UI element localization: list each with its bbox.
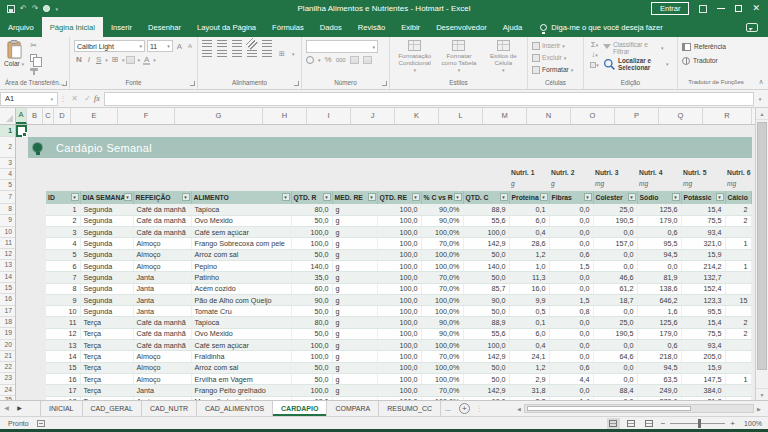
column-filter-fibras[interactable]: Fibras▼ [549, 191, 593, 204]
cell[interactable]: Arroz com sal [191, 362, 291, 373]
filter-dropdown-icon[interactable]: ▼ [500, 193, 508, 201]
cell[interactable]: Ervilha em Vagem [191, 373, 291, 384]
sheet-tab-resumo-cc[interactable]: RESUMO_CC [379, 401, 441, 416]
sort-filter-button[interactable]: Classificar e Filtrar▾ [603, 40, 674, 56]
row-header-11[interactable]: 11 [0, 238, 15, 249]
cell[interactable]: 125,6 [637, 317, 681, 328]
cell[interactable]: 90,0% [421, 204, 463, 215]
bold-button[interactable]: N [74, 55, 84, 64]
cell[interactable]: 6,0 [509, 328, 549, 339]
column-filter-alimento[interactable]: ALIMENTO▼ [191, 191, 291, 204]
cell[interactable]: Terça [80, 317, 133, 328]
dialog-launcher-icon[interactable] [190, 81, 195, 86]
increase-indent-icon[interactable] [262, 50, 272, 58]
cell[interactable]: Patinho [191, 272, 291, 283]
cell[interactable]: 179,0 [637, 215, 681, 226]
cell[interactable]: 28,6 [509, 238, 549, 249]
scroll-left-icon[interactable]: ◀ [514, 406, 524, 412]
filter-dropdown-icon[interactable]: ▼ [412, 193, 420, 201]
row-header-10[interactable]: 10 [0, 227, 15, 238]
cell[interactable]: 100,0 [377, 283, 421, 294]
cell[interactable]: 100,0 [463, 340, 509, 351]
cell[interactable]: 100,0 [291, 351, 332, 362]
cell[interactable]: 190,5 [593, 328, 637, 339]
cell[interactable]: 0,0 [549, 227, 593, 238]
page-layout-view-icon[interactable] [625, 418, 638, 429]
cell[interactable]: 63,5 [637, 373, 681, 384]
cell[interactable]: g [332, 249, 377, 260]
cell[interactable]: Acém cozido [191, 283, 291, 294]
insert-function-icon[interactable]: fx [94, 94, 100, 103]
cell[interactable]: 70,0% [421, 385, 463, 396]
shrink-font-icon[interactable]: A [186, 43, 194, 49]
cell[interactable]: 88,4 [593, 385, 637, 396]
cell[interactable]: 1,5 [549, 294, 593, 305]
page-break-view-icon[interactable] [643, 418, 656, 429]
cell[interactable]: 2 [725, 317, 751, 328]
collapse-ribbon-icon[interactable]: ∧ [754, 37, 768, 89]
cell[interactable]: 5 [46, 249, 80, 260]
copy-icon[interactable] [27, 52, 40, 63]
prev-sheet-icon[interactable]: ◀ [0, 401, 13, 416]
cell[interactable]: 100,0 [377, 204, 421, 215]
zoom-in-icon[interactable]: + [730, 419, 735, 428]
cell[interactable]: g [332, 294, 377, 305]
row-header-20[interactable]: 20 [0, 340, 15, 351]
merge-center-icon[interactable]: ⊞ [277, 50, 287, 58]
cell[interactable]: Terça [80, 385, 133, 396]
filter-dropdown-icon[interactable]: ▼ [71, 193, 79, 201]
cell[interactable]: 0,1 [509, 317, 549, 328]
cell[interactable]: 1,0 [509, 260, 549, 271]
cell[interactable]: 1 [725, 260, 751, 271]
cell[interactable] [725, 306, 751, 317]
cell[interactable]: 50,0 [463, 306, 509, 317]
cell[interactable]: 70,0% [421, 272, 463, 283]
cell[interactable]: 140,0 [291, 260, 332, 271]
column-header-g[interactable]: G [175, 108, 263, 124]
cell[interactable]: 1,5 [549, 260, 593, 271]
undo-icon[interactable]: ↶ [20, 5, 27, 13]
filter-dropdown-icon[interactable]: ▼ [323, 193, 331, 201]
align-bottom-icon[interactable] [232, 40, 242, 48]
cell[interactable]: 64,6 [593, 351, 637, 362]
cell[interactable]: Segunda [80, 249, 133, 260]
sheet-tab-cad-nutr[interactable]: CAD_NUTR [142, 401, 197, 416]
cell[interactable]: Tapioca [191, 317, 291, 328]
cell[interactable]: 0,6 [549, 249, 593, 260]
cell[interactable]: 0,0 [593, 227, 637, 238]
row-header-14[interactable]: 14 [0, 272, 15, 283]
cell[interactable]: 46,6 [593, 272, 637, 283]
filter-dropdown-icon[interactable]: ▼ [716, 193, 724, 201]
cell[interactable]: 15 [46, 362, 80, 373]
cell[interactable]: 0,0 [549, 317, 593, 328]
cell[interactable]: 9,9 [509, 294, 549, 305]
conditional-formatting-button[interactable]: Formatação Condicional▾ [394, 40, 435, 77]
cell[interactable]: 94,5 [637, 362, 681, 373]
cell[interactable]: 80,0 [291, 204, 332, 215]
cell[interactable]: 15,9 [681, 249, 725, 260]
cell[interactable]: 0,0 [549, 283, 593, 294]
cell[interactable]: 16 [46, 373, 80, 384]
cell[interactable]: 100,0 [291, 340, 332, 351]
ribbon-tab-inserir[interactable]: Inserir [103, 17, 140, 37]
cell[interactable]: 0,0 [593, 260, 637, 271]
column-filter-prote-na[interactable]: Proteína▼ [509, 191, 549, 204]
cell[interactable]: 100,0 [377, 215, 421, 226]
cell[interactable]: Café da manhã [133, 317, 191, 328]
cell[interactable]: Janta [133, 272, 191, 283]
cell[interactable]: 0,0 [593, 306, 637, 317]
row-header-19[interactable]: 19 [0, 328, 15, 339]
zoom-out-icon[interactable]: − [661, 419, 666, 428]
cell[interactable]: 0,0 [549, 328, 593, 339]
minimize-icon[interactable] [717, 8, 725, 9]
cell[interactable]: g [332, 385, 377, 396]
column-header-e[interactable]: E [71, 108, 118, 124]
cell[interactable]: 0,6 [637, 340, 681, 351]
cell[interactable]: 75,5 [681, 215, 725, 226]
cell[interactable]: 25,0 [593, 204, 637, 215]
cell[interactable]: g [332, 306, 377, 317]
dialog-launcher-icon[interactable] [294, 81, 299, 86]
horizontal-scrollbar[interactable]: ◀ ▶ [514, 403, 764, 414]
column-header-h[interactable]: H [263, 108, 307, 124]
row-header-12[interactable]: 12 [0, 249, 15, 260]
